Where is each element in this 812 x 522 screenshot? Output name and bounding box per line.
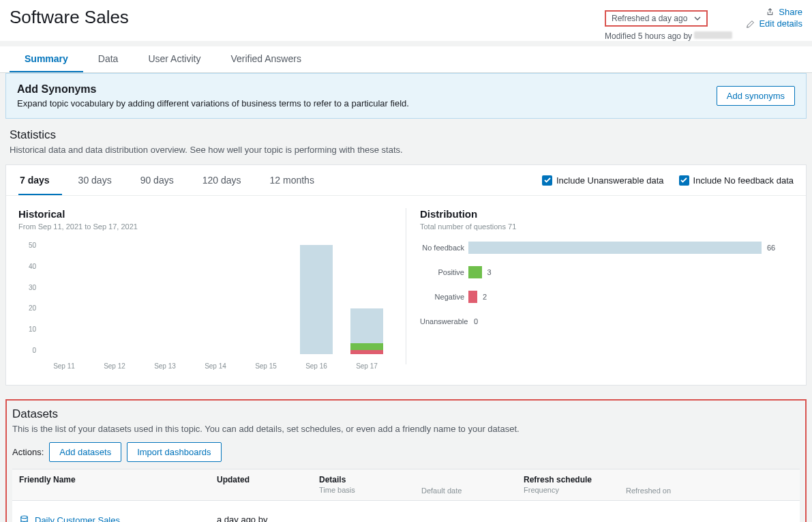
range-90days[interactable]: 90 days: [139, 165, 186, 195]
distribution-row: Unanswerable0: [420, 315, 794, 328]
stats-card: 7 days 30 days 90 days 120 days 12 month…: [5, 164, 807, 386]
page-title: Software Sales: [10, 7, 605, 28]
share-link[interactable]: Share: [766, 7, 802, 17]
tab-summary[interactable]: Summary: [10, 46, 83, 72]
synonyms-banner: Add Synonyms Expand topic vocabulary by …: [5, 73, 807, 119]
include-unanswerable-checkbox[interactable]: Include Unanswerable data: [542, 175, 664, 186]
distribution-subtitle: Total number of questions 71: [420, 222, 794, 231]
main-tabs: Summary Data User Activity Verified Answ…: [0, 46, 812, 73]
edit-details-link[interactable]: Edit details: [746, 18, 802, 30]
modified-text: Modified 5 hours ago by: [605, 29, 732, 41]
datasets-title: Datasets: [12, 407, 800, 421]
distribution-row: Positive3: [420, 266, 794, 278]
add-datasets-button[interactable]: Add datasets: [49, 442, 121, 462]
share-icon: [766, 8, 775, 16]
tab-data[interactable]: Data: [83, 46, 134, 72]
distribution-row: Negative2: [420, 291, 794, 303]
tab-verified-answers[interactable]: Verified Answers: [215, 46, 316, 72]
banner-desc: Expand topic vocabulary by adding differ…: [17, 98, 409, 108]
table-row: Daily Customer Sales a day ago by Daily …: [12, 501, 800, 522]
datasets-desc: This is the list of your datasets used i…: [12, 424, 800, 434]
chevron-down-icon: [694, 16, 701, 20]
distribution-chart: Distribution Total number of questions 7…: [406, 208, 794, 364]
pencil-icon: [746, 20, 755, 29]
statistics-title: Statistics: [10, 128, 802, 142]
svg-point-0: [21, 515, 27, 518]
add-synonyms-button[interactable]: Add synonyms: [717, 86, 795, 106]
range-7days[interactable]: 7 days: [18, 165, 62, 195]
distribution-title: Distribution: [420, 208, 794, 220]
banner-title: Add Synonyms: [17, 83, 409, 96]
range-30days[interactable]: 30 days: [77, 165, 124, 195]
historical-chart: Historical From Sep 11, 2021 to Sep 17, …: [18, 208, 406, 364]
tab-user-activity[interactable]: User Activity: [133, 46, 215, 72]
datasets-table-header: Friendly Name Updated DetailsTime basis …: [12, 469, 800, 501]
database-icon: [19, 515, 29, 523]
dataset-link[interactable]: Daily Customer Sales: [19, 515, 217, 523]
range-120days[interactable]: 120 days: [201, 165, 254, 195]
historical-subtitle: From Sep 11, 2021 to Sep 17, 2021: [18, 222, 392, 231]
refresh-label: Refreshed a day ago: [612, 14, 687, 23]
range-tabs: 7 days 30 days 90 days 120 days 12 month…: [18, 165, 542, 195]
include-nofeedback-checkbox[interactable]: Include No feedback data: [679, 175, 794, 186]
range-12months[interactable]: 12 months: [269, 165, 327, 195]
statistics-head: Statistics Historical data and data dist…: [0, 119, 812, 159]
historical-title: Historical: [18, 208, 392, 220]
statistics-desc: Historical data and data distribution ov…: [10, 145, 802, 155]
datasets-section: Datasets This is the list of your datase…: [5, 399, 807, 522]
page-header: Software Sales Refreshed a day ago Modif…: [0, 0, 812, 41]
import-dashboards-button[interactable]: Import dashboards: [127, 442, 221, 462]
actions-label: Actions:: [12, 447, 44, 457]
distribution-row: No feedback66: [420, 242, 794, 254]
refresh-dropdown[interactable]: Refreshed a day ago: [605, 10, 708, 27]
